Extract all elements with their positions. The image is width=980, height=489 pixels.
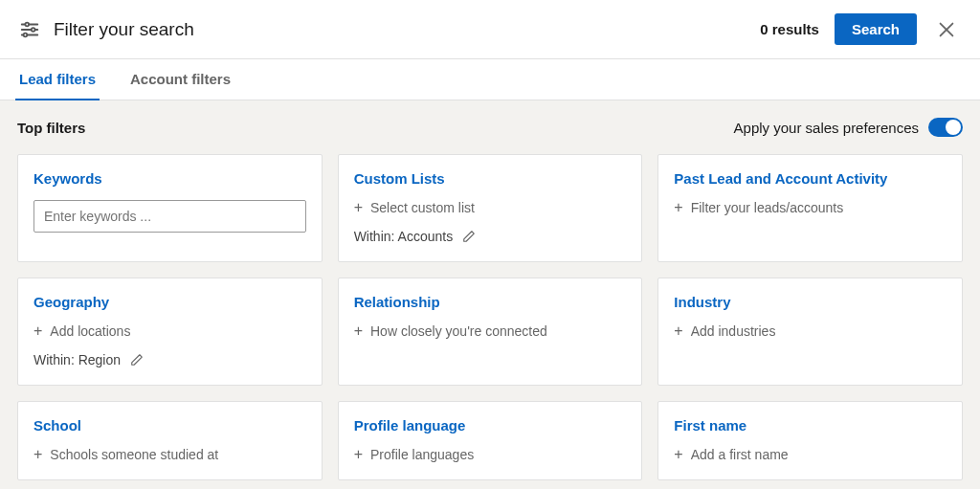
toggle-knob [946,120,961,135]
section-title: Top filters [17,120,85,136]
plus-icon: + [354,323,363,339]
add-first-name-label: Add a first name [691,447,789,462]
svg-point-5 [24,33,28,36]
content-header: Top filters Apply your sales preferences [17,118,963,137]
custom-lists-scope: Within: Accounts [354,229,627,244]
search-button[interactable]: Search [835,13,917,45]
sales-prefs-label: Apply your sales preferences [734,120,919,136]
plus-icon: + [674,200,682,215]
card-title-custom-lists: Custom Lists [354,170,627,187]
add-profile-language-label: Profile languages [370,447,474,462]
tab-lead-filters[interactable]: Lead filters [15,59,100,100]
sales-prefs-container: Apply your sales preferences [734,118,963,137]
card-title-geography: Geography [33,294,306,310]
add-relationship-label: How closely you're connected [370,323,547,339]
add-past-activity-label: Filter your leads/accounts [691,200,844,215]
card-title-profile-language: Profile language [354,417,627,433]
add-geography-label: Add locations [50,323,130,339]
plus-icon: + [354,447,363,462]
add-profile-language[interactable]: + Profile languages [354,447,627,462]
add-custom-list-label: Select custom list [370,200,475,215]
geography-scope-label: Within: Region [33,352,121,367]
header-right: 0 results Search [760,13,961,45]
custom-lists-scope-label: Within: Accounts [354,229,454,244]
filter-sliders-icon [19,19,40,40]
plus-icon: + [674,323,682,339]
edit-geography-scope[interactable] [130,353,144,367]
svg-point-3 [32,28,35,32]
keywords-input[interactable] [33,200,306,233]
svg-point-1 [25,22,29,26]
content-area: Top filters Apply your sales preferences… [0,100,980,489]
add-geography[interactable]: + Add locations [33,323,306,339]
card-relationship: Relationship + How closely you're connec… [338,278,643,386]
add-industry[interactable]: + Add industries [674,323,947,339]
add-industry-label: Add industries [691,323,776,339]
card-title-past-activity: Past Lead and Account Activity [674,170,947,187]
card-title-relationship: Relationship [354,294,627,310]
card-past-activity: Past Lead and Account Activity + Filter … [657,154,963,262]
modal-header: Filter your search 0 results Search [0,0,980,59]
add-relationship[interactable]: + How closely you're connected [354,323,627,339]
results-count: 0 results [760,21,819,37]
sales-prefs-toggle[interactable] [928,118,963,137]
add-school-label: Schools someone studied at [50,447,218,462]
plus-icon: + [674,447,682,462]
close-button[interactable] [932,15,961,44]
plus-icon: + [354,200,363,215]
plus-icon: + [33,323,42,339]
header-left: Filter your search [19,19,194,40]
card-title-keywords: Keywords [33,170,306,187]
edit-custom-lists-scope[interactable] [462,230,476,243]
card-custom-lists: Custom Lists + Select custom list Within… [338,154,643,262]
card-keywords: Keywords [17,154,323,262]
add-school[interactable]: + Schools someone studied at [33,447,306,462]
add-custom-list[interactable]: + Select custom list [354,200,627,215]
card-geography: Geography + Add locations Within: Region [17,278,323,386]
page-title: Filter your search [54,19,194,40]
geography-scope: Within: Region [33,352,306,367]
close-icon [936,19,957,40]
tabs: Lead filters Account filters [0,59,980,100]
card-title-first-name: First name [674,417,947,433]
card-industry: Industry + Add industries [657,278,963,386]
filter-cards-grid: Keywords Custom Lists + Select custom li… [17,154,963,480]
add-first-name[interactable]: + Add a first name [674,447,947,462]
card-school: School + Schools someone studied at [17,401,323,480]
add-past-activity[interactable]: + Filter your leads/accounts [674,200,947,215]
plus-icon: + [33,447,42,462]
tab-account-filters[interactable]: Account filters [126,59,234,100]
card-title-industry: Industry [674,294,947,310]
card-first-name: First name + Add a first name [657,401,963,480]
card-profile-language: Profile language + Profile languages [338,401,643,480]
card-title-school: School [33,417,306,433]
